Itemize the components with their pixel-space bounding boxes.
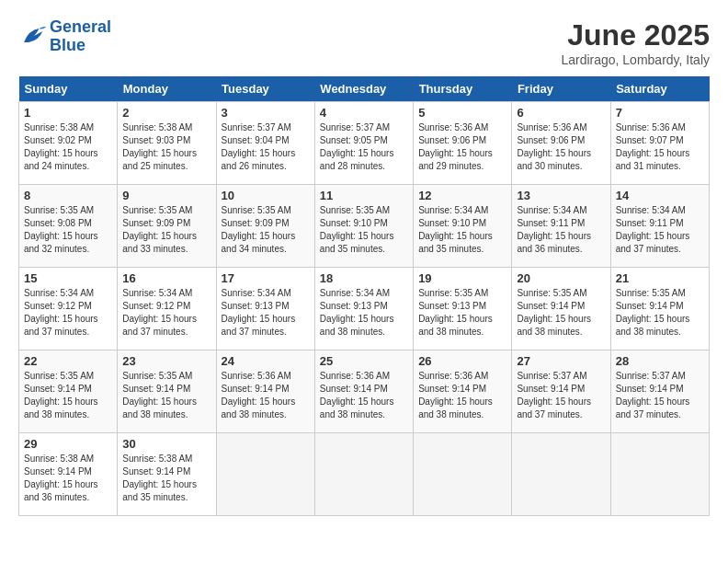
calendar-cell: 26 Sunrise: 5:36 AMSunset: 9:14 PMDaylig… (414, 350, 512, 433)
day-info: Sunrise: 5:36 AMSunset: 9:06 PMDaylight:… (517, 122, 591, 171)
day-info: Sunrise: 5:36 AMSunset: 9:14 PMDaylight:… (418, 371, 493, 419)
calendar-header-row: SundayMondayTuesdayWednesdayThursdayFrid… (19, 76, 710, 102)
title-area: June 2025 Lardirago, Lombardy, Italy (561, 18, 710, 67)
day-number: 4 (320, 106, 408, 120)
calendar-cell: 28 Sunrise: 5:37 AMSunset: 9:14 PMDaylig… (610, 350, 709, 433)
calendar-cell: 22 Sunrise: 5:35 AMSunset: 9:14 PMDaylig… (19, 350, 118, 433)
day-info: Sunrise: 5:37 AMSunset: 9:14 PMDaylight:… (616, 371, 690, 419)
day-number: 28 (616, 354, 704, 368)
calendar-cell: 29 Sunrise: 5:38 AMSunset: 9:14 PMDaylig… (19, 433, 118, 516)
day-info: Sunrise: 5:38 AMSunset: 9:14 PMDaylight:… (24, 454, 98, 502)
month-title: June 2025 (561, 18, 710, 52)
calendar-cell: 1 Sunrise: 5:38 AMSunset: 9:02 PMDayligh… (19, 102, 118, 185)
calendar-cell (414, 433, 512, 516)
calendar-cell: 13 Sunrise: 5:34 AMSunset: 9:11 PMDaylig… (512, 185, 610, 268)
calendar-week-row: 1 Sunrise: 5:38 AMSunset: 9:02 PMDayligh… (19, 102, 710, 185)
day-info: Sunrise: 5:34 AMSunset: 9:13 PMDaylight:… (320, 288, 394, 337)
day-number: 19 (418, 271, 506, 285)
day-number: 14 (616, 189, 704, 202)
calendar-week-row: 29 Sunrise: 5:38 AMSunset: 9:14 PMDaylig… (19, 433, 710, 516)
day-number: 5 (418, 106, 506, 120)
day-info: Sunrise: 5:35 AMSunset: 9:10 PMDaylight:… (320, 205, 394, 254)
calendar-cell: 17 Sunrise: 5:34 AMSunset: 9:13 PMDaylig… (216, 268, 314, 350)
day-info: Sunrise: 5:35 AMSunset: 9:14 PMDaylight:… (517, 288, 591, 337)
day-info: Sunrise: 5:35 AMSunset: 9:14 PMDaylight:… (122, 371, 197, 419)
day-number: 6 (517, 106, 605, 120)
day-number: 23 (122, 354, 210, 368)
calendar-body: 1 Sunrise: 5:38 AMSunset: 9:02 PMDayligh… (19, 102, 710, 516)
calendar-cell: 27 Sunrise: 5:37 AMSunset: 9:14 PMDaylig… (512, 350, 610, 433)
calendar-cell: 6 Sunrise: 5:36 AMSunset: 9:06 PMDayligh… (512, 102, 610, 185)
calendar-cell: 11 Sunrise: 5:35 AMSunset: 9:10 PMDaylig… (314, 185, 413, 268)
weekday-header: Sunday (19, 76, 118, 102)
calendar-cell: 15 Sunrise: 5:34 AMSunset: 9:12 PMDaylig… (19, 268, 118, 350)
calendar-week-row: 8 Sunrise: 5:35 AMSunset: 9:08 PMDayligh… (19, 185, 710, 268)
day-number: 7 (616, 106, 704, 120)
calendar-cell: 24 Sunrise: 5:36 AMSunset: 9:14 PMDaylig… (216, 350, 314, 433)
day-number: 9 (122, 189, 210, 202)
day-number: 10 (222, 189, 310, 202)
calendar-cell: 16 Sunrise: 5:34 AMSunset: 9:12 PMDaylig… (118, 268, 216, 350)
day-info: Sunrise: 5:35 AMSunset: 9:14 PMDaylight:… (616, 288, 690, 337)
day-number: 30 (122, 437, 210, 451)
day-number: 21 (616, 271, 704, 285)
calendar-table: SundayMondayTuesdayWednesdayThursdayFrid… (18, 76, 710, 516)
day-number: 15 (24, 271, 112, 285)
day-info: Sunrise: 5:38 AMSunset: 9:14 PMDaylight:… (122, 454, 197, 502)
day-info: Sunrise: 5:38 AMSunset: 9:03 PMDaylight:… (122, 122, 197, 171)
day-info: Sunrise: 5:34 AMSunset: 9:11 PMDaylight:… (616, 205, 690, 254)
day-info: Sunrise: 5:37 AMSunset: 9:14 PMDaylight:… (517, 371, 591, 419)
calendar-cell (512, 433, 610, 516)
day-info: Sunrise: 5:34 AMSunset: 9:12 PMDaylight:… (24, 288, 98, 337)
calendar-cell: 25 Sunrise: 5:36 AMSunset: 9:14 PMDaylig… (314, 350, 413, 433)
day-number: 27 (517, 354, 605, 368)
calendar-cell: 9 Sunrise: 5:35 AMSunset: 9:09 PMDayligh… (118, 185, 216, 268)
day-info: Sunrise: 5:34 AMSunset: 9:10 PMDaylight:… (418, 205, 493, 254)
day-info: Sunrise: 5:35 AMSunset: 9:14 PMDaylight:… (24, 371, 98, 419)
calendar-cell: 10 Sunrise: 5:35 AMSunset: 9:09 PMDaylig… (216, 185, 314, 268)
day-info: Sunrise: 5:34 AMSunset: 9:12 PMDaylight:… (122, 288, 197, 337)
calendar-cell: 5 Sunrise: 5:36 AMSunset: 9:06 PMDayligh… (414, 102, 512, 185)
day-number: 20 (517, 271, 605, 285)
calendar-cell: 2 Sunrise: 5:38 AMSunset: 9:03 PMDayligh… (118, 102, 216, 185)
day-number: 17 (222, 271, 310, 285)
day-number: 3 (222, 106, 310, 120)
weekday-header: Thursday (414, 76, 512, 102)
day-number: 26 (418, 354, 506, 368)
calendar-cell: 20 Sunrise: 5:35 AMSunset: 9:14 PMDaylig… (512, 268, 610, 350)
calendar-week-row: 15 Sunrise: 5:34 AMSunset: 9:12 PMDaylig… (19, 268, 710, 350)
location-title: Lardirago, Lombardy, Italy (561, 52, 710, 67)
logo-line2: Blue (50, 36, 85, 54)
day-number: 2 (122, 106, 210, 120)
day-number: 12 (418, 189, 506, 202)
day-number: 16 (122, 271, 210, 285)
day-info: Sunrise: 5:34 AMSunset: 9:11 PMDaylight:… (517, 205, 591, 254)
calendar-cell (314, 433, 413, 516)
logo-bird-icon (18, 23, 46, 51)
page-header: General Blue June 2025 Lardirago, Lombar… (18, 18, 710, 67)
calendar-cell: 14 Sunrise: 5:34 AMSunset: 9:11 PMDaylig… (610, 185, 709, 268)
day-number: 8 (24, 189, 112, 202)
day-info: Sunrise: 5:35 AMSunset: 9:13 PMDaylight:… (418, 288, 493, 337)
day-info: Sunrise: 5:37 AMSunset: 9:04 PMDaylight:… (222, 122, 296, 171)
weekday-header: Monday (118, 76, 216, 102)
calendar-cell: 30 Sunrise: 5:38 AMSunset: 9:14 PMDaylig… (118, 433, 216, 516)
calendar-cell: 8 Sunrise: 5:35 AMSunset: 9:08 PMDayligh… (19, 185, 118, 268)
day-number: 25 (320, 354, 408, 368)
day-info: Sunrise: 5:36 AMSunset: 9:14 PMDaylight:… (320, 371, 394, 419)
day-info: Sunrise: 5:35 AMSunset: 9:09 PMDaylight:… (122, 205, 197, 254)
calendar-cell: 12 Sunrise: 5:34 AMSunset: 9:10 PMDaylig… (414, 185, 512, 268)
calendar-cell: 4 Sunrise: 5:37 AMSunset: 9:05 PMDayligh… (314, 102, 413, 185)
calendar-cell: 18 Sunrise: 5:34 AMSunset: 9:13 PMDaylig… (314, 268, 413, 350)
day-number: 13 (517, 189, 605, 202)
day-number: 11 (320, 189, 408, 202)
day-number: 1 (24, 106, 112, 120)
day-info: Sunrise: 5:36 AMSunset: 9:06 PMDaylight:… (418, 122, 493, 171)
calendar-cell: 23 Sunrise: 5:35 AMSunset: 9:14 PMDaylig… (118, 350, 216, 433)
day-number: 24 (222, 354, 310, 368)
weekday-header: Friday (512, 76, 610, 102)
logo-text: General Blue (50, 18, 111, 55)
day-info: Sunrise: 5:35 AMSunset: 9:08 PMDaylight:… (24, 205, 98, 254)
calendar-cell (610, 433, 709, 516)
day-info: Sunrise: 5:36 AMSunset: 9:07 PMDaylight:… (616, 122, 690, 171)
